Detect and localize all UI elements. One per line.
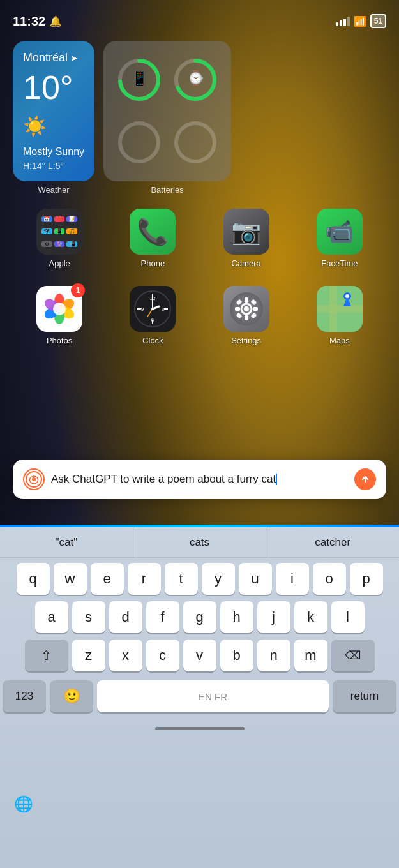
key-row-1: q w e r t y u i o p (3, 563, 396, 595)
delete-key[interactable]: ⌫ (331, 640, 375, 671)
battery-slot-3 (114, 114, 165, 171)
key-row-3: ⇧ z x c v b n m ⌫ (3, 640, 396, 671)
key-s[interactable]: s (72, 601, 105, 633)
widget-row: Montréal ➤ 10° ☀️ Mostly Sunny H:14° L:5… (13, 41, 386, 195)
key-row-2: a s d f g h j k l (3, 601, 396, 633)
svg-rect-32 (245, 315, 248, 320)
key-j[interactable]: j (257, 601, 290, 633)
home-screen: Montréal ➤ 10° ☀️ Mostly Sunny H:14° L:5… (0, 34, 399, 363)
key-y[interactable]: y (202, 563, 235, 595)
sun-icon: ☀️ (23, 115, 84, 137)
key-z[interactable]: z (72, 640, 105, 671)
weather-city: Montréal ➤ (23, 51, 84, 64)
text-cursor (276, 474, 277, 485)
key-b[interactable]: b (220, 640, 253, 671)
phone-battery: 📱 (114, 51, 165, 108)
key-k[interactable]: k (294, 601, 327, 633)
key-c[interactable]: c (146, 640, 179, 671)
weather-widget[interactable]: Montréal ➤ 10° ☀️ Mostly Sunny H:14° L:5… (13, 41, 94, 195)
key-n[interactable]: n (257, 640, 290, 671)
key-q[interactable]: q (17, 563, 50, 595)
key-f[interactable]: f (146, 601, 179, 633)
app-facetime[interactable]: 📹 FaceTime (293, 202, 386, 274)
time-display: 11:32 (13, 14, 45, 29)
app-camera[interactable]: 📷 Camera (200, 202, 293, 274)
battery-percent: 51 (374, 17, 382, 26)
batteries-widget[interactable]: 📱 ⌚ (103, 41, 231, 195)
key-g[interactable]: g (183, 601, 216, 633)
predictive-cat-quoted[interactable]: "cat" (0, 527, 133, 557)
camera-icon: 📷 (231, 218, 261, 246)
key-p[interactable]: p (350, 563, 383, 595)
app-photos[interactable]: 1 Photos (13, 280, 106, 352)
svg-rect-41 (329, 286, 337, 332)
numbers-key[interactable]: 123 (3, 680, 46, 712)
weather-widget-label: Weather (13, 185, 94, 195)
watch-battery: ⌚ (170, 51, 221, 108)
app-apple[interactable]: 📅 ❤️ 📝 🗺 📱 🎵 ⚙ 🔮 📲 Apple (13, 202, 106, 274)
svg-rect-34 (253, 307, 258, 311)
shift-key[interactable]: ⇧ (25, 640, 68, 671)
svg-text:📱: 📱 (131, 70, 149, 87)
photos-badge: 1 (71, 283, 85, 297)
svg-point-44 (345, 294, 349, 298)
globe-icon[interactable]: 🌐 (14, 795, 33, 813)
svg-text:3: 3 (162, 306, 165, 312)
search-bar[interactable]: Ask ChatGPT to write a poem about a furr… (13, 460, 386, 499)
svg-point-6 (120, 123, 158, 161)
app-camera-label: Camera (232, 258, 261, 268)
key-v[interactable]: v (183, 640, 216, 671)
batteries-widget-label: Batteries (103, 185, 231, 195)
key-w[interactable]: w (54, 563, 87, 595)
svg-point-27 (151, 308, 154, 310)
facetime-icon: 📹 (325, 218, 354, 245)
key-o[interactable]: o (313, 563, 346, 595)
key-e[interactable]: e (91, 563, 124, 595)
chatgpt-logo (23, 468, 45, 490)
key-d[interactable]: d (109, 601, 142, 633)
key-m[interactable]: m (294, 640, 327, 671)
key-i[interactable]: i (276, 563, 309, 595)
predictive-catcher[interactable]: catcher (266, 527, 399, 557)
send-button[interactable] (354, 468, 376, 490)
key-l[interactable]: l (331, 601, 365, 633)
weather-temperature: 10° (23, 71, 84, 104)
app-maps[interactable]: Maps (293, 280, 386, 352)
key-h[interactable]: h (220, 601, 253, 633)
home-indicator (0, 717, 399, 739)
return-key[interactable]: return (333, 680, 396, 712)
key-x[interactable]: x (109, 640, 142, 671)
svg-text:⌚: ⌚ (187, 70, 205, 87)
status-right: 📶 51 (336, 14, 386, 28)
key-a[interactable]: a (35, 601, 68, 633)
key-t[interactable]: t (165, 563, 198, 595)
predictive-cats[interactable]: cats (133, 527, 267, 557)
app-apple-label: Apple (49, 258, 70, 268)
svg-rect-31 (245, 297, 248, 303)
silent-bell-icon: 🔔 (49, 15, 62, 27)
search-input-text[interactable]: Ask ChatGPT to write a poem about a furr… (51, 472, 348, 486)
svg-point-7 (176, 123, 215, 161)
svg-rect-40 (317, 305, 363, 313)
battery-slot-4 (170, 114, 221, 171)
app-settings-label: Settings (231, 336, 261, 345)
signal-icon (336, 16, 350, 26)
space-key[interactable]: EN FR (97, 680, 329, 712)
svg-text:9: 9 (141, 306, 144, 312)
status-bar: 11:32 🔔 📶 51 (0, 0, 399, 34)
phone-icon: 📞 (137, 217, 169, 247)
app-phone[interactable]: 📞 Phone (106, 202, 199, 274)
app-maps-label: Maps (329, 336, 350, 345)
keyboard-bottom-row: 123 🙂 EN FR return (0, 680, 399, 717)
keyboard: "cat" cats catcher q w e r t y u i o p a… (0, 527, 399, 868)
key-r[interactable]: r (128, 563, 161, 595)
app-clock[interactable]: 12 3 6 9 Clock (106, 280, 199, 352)
app-settings[interactable]: Settings (200, 280, 293, 352)
weather-description: Mostly Sunny (23, 146, 84, 158)
app-clock-label: Clock (142, 336, 163, 345)
svg-point-30 (244, 306, 249, 311)
key-u[interactable]: u (239, 563, 272, 595)
wifi-icon: 📶 (354, 15, 366, 27)
emoji-key[interactable]: 🙂 (50, 680, 93, 712)
app-phone-label: Phone (141, 258, 165, 268)
